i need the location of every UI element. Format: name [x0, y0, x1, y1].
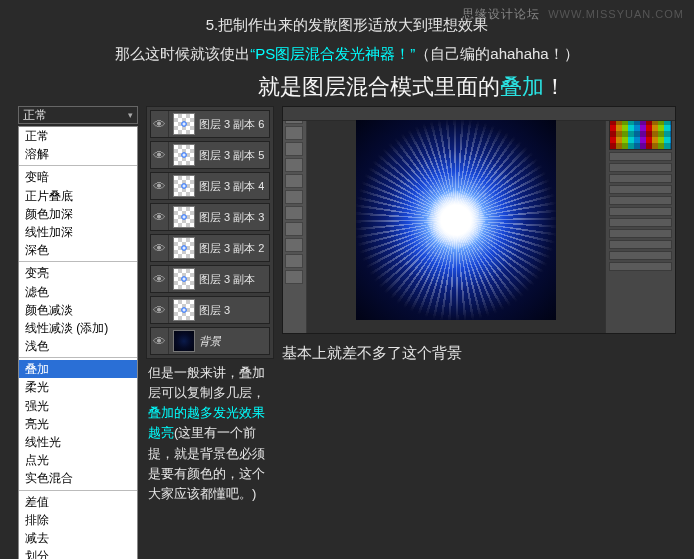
blend-item[interactable]: 正片叠底 [19, 187, 137, 205]
blend-item[interactable]: 强光 [19, 397, 137, 415]
panel-row[interactable] [609, 251, 672, 260]
instruction-line2: 那么这时候就该使出“PS图层混合发光神器！”（自己编的ahahaha！） [0, 35, 694, 64]
panel-row[interactable] [609, 196, 672, 205]
line3-a: 就是图层混合模式里面的 [258, 74, 500, 99]
ps-panels-right [605, 107, 675, 333]
preview-column: 基本上就差不多了这个背景 [282, 106, 676, 363]
panel-row[interactable] [609, 207, 672, 216]
layer-row[interactable]: 👁 图层 3 副本 [150, 265, 270, 293]
divider [19, 490, 137, 491]
blend-item[interactable]: 深色 [19, 241, 137, 259]
divider [19, 357, 137, 358]
preview-caption: 基本上就差不多了这个背景 [282, 344, 676, 363]
blend-current: 正常 [23, 107, 47, 124]
blend-mode-list: 正常 溶解 变暗 正片叠底 颜色加深 线性加深 深色 变亮 滤色 颜色减淡 线性… [18, 126, 138, 559]
layer-row[interactable]: 👁 图层 3 副本 6 [150, 110, 270, 138]
blend-item[interactable]: 颜色加深 [19, 205, 137, 223]
blend-item[interactable]: 实色混合 [19, 469, 137, 487]
tool-icon[interactable] [285, 206, 303, 220]
side-note: 但是一般来讲，叠加层可以复制多几层，叠加的越多发光效果越亮(这里有一个前提，就是… [146, 359, 274, 504]
divider [19, 165, 137, 166]
blend-item[interactable]: 变暗 [19, 168, 137, 186]
blend-item[interactable]: 变亮 [19, 264, 137, 282]
watermark-url: WWW.MISSYUAN.COM [548, 8, 684, 20]
note-t1: 但是一般来讲，叠加层可以复制多几层， [148, 365, 265, 400]
blend-item[interactable]: 线性光 [19, 433, 137, 451]
panel-row[interactable] [609, 229, 672, 238]
tool-icon[interactable] [285, 270, 303, 284]
layers-column: 👁 图层 3 副本 6 👁 图层 3 副本 5 👁 图层 3 副本 4 👁 图层… [146, 106, 274, 504]
layer-name: 背景 [199, 334, 221, 349]
panel-row[interactable] [609, 174, 672, 183]
panel-row[interactable] [609, 185, 672, 194]
blend-item-selected[interactable]: 叠加 [19, 360, 137, 378]
line3-em: 叠加 [500, 74, 544, 99]
canvas-area[interactable] [307, 107, 605, 333]
blend-item[interactable]: 颜色减淡 [19, 301, 137, 319]
blend-item[interactable]: 排除 [19, 511, 137, 529]
line2-a: 那么这时候就该使出 [115, 45, 250, 62]
tool-icon[interactable] [285, 190, 303, 204]
blend-item[interactable]: 浅色 [19, 337, 137, 355]
eye-icon[interactable]: 👁 [151, 111, 169, 137]
blend-item[interactable]: 滤色 [19, 283, 137, 301]
photoshop-window [282, 106, 676, 334]
eye-icon[interactable]: 👁 [151, 235, 169, 261]
blend-item[interactable]: 差值 [19, 493, 137, 511]
panel-row[interactable] [609, 163, 672, 172]
layer-row[interactable]: 👁 图层 3 [150, 296, 270, 324]
blend-item[interactable]: 点光 [19, 451, 137, 469]
divider [19, 261, 137, 262]
blend-item[interactable]: 亮光 [19, 415, 137, 433]
blend-item[interactable]: 划分 [19, 547, 137, 559]
tool-icon[interactable] [285, 238, 303, 252]
layer-thumb [173, 206, 195, 228]
layer-row[interactable]: 👁 图层 3 副本 4 [150, 172, 270, 200]
blend-item[interactable]: 溶解 [19, 145, 137, 163]
canvas-preview [356, 120, 556, 320]
ps-topbar [283, 107, 675, 121]
blend-mode-panel: 正常 ▾ 正常 溶解 变暗 正片叠底 颜色加深 线性加深 深色 变亮 滤色 颜色… [18, 106, 138, 559]
layer-name: 图层 3 副本 2 [199, 241, 264, 256]
layer-row[interactable]: 👁 图层 3 副本 2 [150, 234, 270, 262]
tool-icon[interactable] [285, 174, 303, 188]
line2-quote: “PS图层混合发光神器！” [250, 45, 415, 62]
eye-icon[interactable]: 👁 [151, 142, 169, 168]
eye-icon[interactable]: 👁 [151, 328, 169, 354]
eye-icon[interactable]: 👁 [151, 266, 169, 292]
layer-row[interactable]: 👁 图层 3 副本 3 [150, 203, 270, 231]
layer-thumb [173, 144, 195, 166]
blend-mode-select[interactable]: 正常 ▾ [18, 106, 138, 124]
layer-name: 图层 3 副本 3 [199, 210, 264, 225]
eye-icon[interactable]: 👁 [151, 204, 169, 230]
layer-name: 图层 3 副本 4 [199, 179, 264, 194]
blend-item[interactable]: 线性减淡 (添加) [19, 319, 137, 337]
tool-icon[interactable] [285, 126, 303, 140]
panel-row[interactable] [609, 240, 672, 249]
layers-panel: 👁 图层 3 副本 6 👁 图层 3 副本 5 👁 图层 3 副本 4 👁 图层… [146, 106, 274, 359]
layer-thumb [173, 175, 195, 197]
panel-row[interactable] [609, 152, 672, 161]
layer-row[interactable]: 👁 图层 3 副本 5 [150, 141, 270, 169]
line3-b: ！ [544, 74, 566, 99]
layer-name: 图层 3 [199, 303, 230, 318]
ps-toolbar [283, 107, 307, 333]
tool-icon[interactable] [285, 222, 303, 236]
tool-icon[interactable] [285, 142, 303, 156]
line2-b: （自己编的ahahaha！） [415, 45, 578, 62]
panel-row[interactable] [609, 218, 672, 227]
blend-item[interactable]: 正常 [19, 127, 137, 145]
panel-row[interactable] [609, 262, 672, 271]
layer-name: 图层 3 副本 [199, 272, 255, 287]
blend-item[interactable]: 柔光 [19, 378, 137, 396]
eye-icon[interactable]: 👁 [151, 173, 169, 199]
tool-icon[interactable] [285, 158, 303, 172]
layer-row[interactable]: 👁 背景 [150, 327, 270, 355]
watermark-site: 思缘设计论坛 [462, 7, 540, 21]
blend-item[interactable]: 线性加深 [19, 223, 137, 241]
tool-icon[interactable] [285, 254, 303, 268]
blend-item[interactable]: 减去 [19, 529, 137, 547]
eye-icon[interactable]: 👁 [151, 297, 169, 323]
layer-thumb [173, 330, 195, 352]
instruction-line3: 就是图层混合模式里面的叠加！ [0, 64, 694, 102]
